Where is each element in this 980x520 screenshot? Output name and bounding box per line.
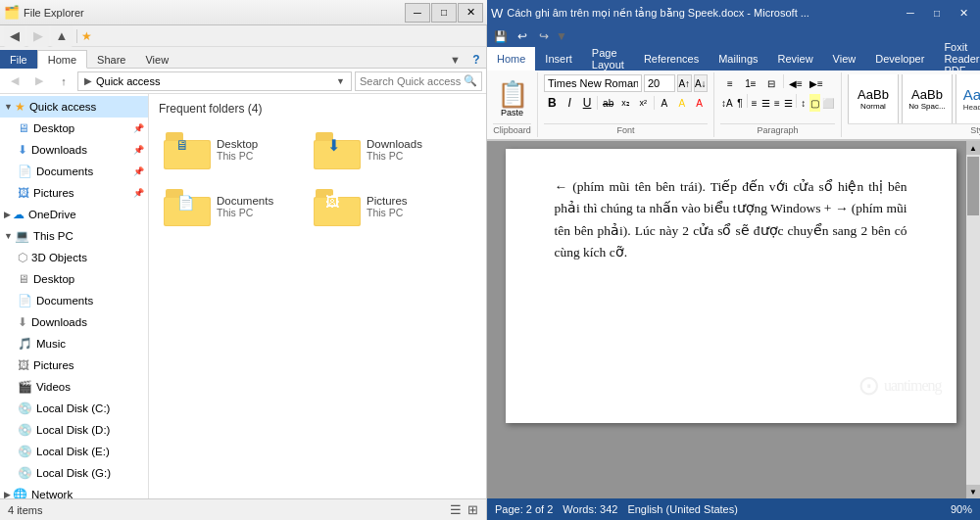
align-left-btn[interactable]: ≡ xyxy=(749,94,759,112)
word-redo-btn[interactable]: ↪ xyxy=(534,27,554,45)
search-input[interactable] xyxy=(360,75,464,87)
line-spacing-btn[interactable]: ↕ xyxy=(799,94,808,112)
sort-btn[interactable]: ↕A xyxy=(720,94,734,112)
numbering-btn[interactable]: 1≡ xyxy=(741,74,760,92)
word-tab-insert[interactable]: Insert xyxy=(535,47,582,71)
sidebar-item-disk-e[interactable]: 💿 Local Disk (E:) xyxy=(0,441,148,462)
text-effects-btn[interactable]: A xyxy=(657,94,673,112)
fe-tab-view[interactable]: View xyxy=(135,50,178,69)
word-tab-home[interactable]: Home xyxy=(487,47,535,71)
sidebar-item-onedrive[interactable]: ▶ ☁ OneDrive xyxy=(0,204,148,225)
underline-btn[interactable]: U xyxy=(579,94,596,112)
address-bar[interactable]: ▶ Quick access ▼ xyxy=(77,71,352,91)
superscript-btn[interactable]: x² xyxy=(635,94,652,112)
fe-tab-share[interactable]: Share xyxy=(87,50,135,69)
sidebar-item-pictures-pc[interactable]: 🖼 Pictures xyxy=(0,355,148,376)
folder-downloads[interactable]: ⬇ Downloads This PC xyxy=(309,125,451,174)
shading-btn[interactable]: ▢ xyxy=(809,94,820,112)
align-right-btn[interactable]: ≡ xyxy=(772,94,782,112)
breadcrumb-dropdown-icon[interactable]: ▼ xyxy=(336,76,345,86)
word-save-btn[interactable]: 💾 xyxy=(491,27,511,45)
word-tab-developer[interactable]: Developer xyxy=(865,47,934,71)
sidebar-item-thispc[interactable]: ▼ 💻 This PC xyxy=(0,225,148,247)
word-close-btn[interactable]: ✕ xyxy=(951,3,976,23)
sidebar-item-disk-d[interactable]: 💿 Local Disk (D:) xyxy=(0,419,148,441)
strikethrough-btn[interactable]: ab xyxy=(600,94,616,112)
italic-btn[interactable]: I xyxy=(562,94,578,112)
fe-maximize-btn[interactable]: □ xyxy=(431,3,457,23)
subscript-btn[interactable]: x₂ xyxy=(617,94,634,112)
borders-btn[interactable]: ⬜ xyxy=(821,94,835,112)
scroll-up-btn[interactable]: ▲ xyxy=(966,141,980,155)
sidebar-item-pictures[interactable]: 🖼 Pictures 📌 xyxy=(0,182,148,204)
sidebar-item-disk-g[interactable]: 💿 Local Disk (G:) xyxy=(0,462,148,484)
word-minimize-btn[interactable]: ─ xyxy=(898,3,923,23)
paragraph-group-label: Paragraph xyxy=(720,123,835,135)
word-tab-pagelayout[interactable]: Page Layout xyxy=(582,47,634,71)
justify-btn[interactable]: ☰ xyxy=(783,94,794,112)
style-normal-btn[interactable]: AaBb Normal xyxy=(848,74,899,123)
scroll-down-btn[interactable]: ▼ xyxy=(966,485,980,498)
highlight-btn[interactable]: A xyxy=(673,94,690,112)
fe-back-btn[interactable]: ◀ xyxy=(4,25,25,47)
fe-minimize-btn[interactable]: ─ xyxy=(405,3,430,23)
font-shrink-btn[interactable]: A↓ xyxy=(694,74,709,92)
sidebar-item-videos[interactable]: 🎬 Videos xyxy=(0,376,148,398)
fe-close-btn[interactable]: ✕ xyxy=(458,3,483,23)
word-tab-foxit[interactable]: Foxit Reader PDF xyxy=(934,47,980,71)
fe-help-btn[interactable]: ? xyxy=(466,50,486,69)
sidebar-item-documents[interactable]: 📄 Documents 📌 xyxy=(0,161,148,182)
word-tab-review[interactable]: Review xyxy=(768,47,823,71)
addr-forward-btn[interactable]: ▶ xyxy=(28,71,50,91)
sidebar-item-downloads[interactable]: ⬇ Downloads 📌 xyxy=(0,139,148,161)
view-icons-btn[interactable]: ⊞ xyxy=(467,502,478,517)
view-details-btn[interactable]: ☰ xyxy=(450,502,462,517)
addr-up-btn[interactable]: ↑ xyxy=(53,71,74,91)
scroll-thumb[interactable] xyxy=(967,157,979,215)
multilevel-btn[interactable]: ⊟ xyxy=(761,74,781,92)
sidebar-item-music[interactable]: 🎵 Music xyxy=(0,333,148,355)
decrease-indent-btn[interactable]: ◀≡ xyxy=(786,74,806,92)
sidebar-item-disk-c[interactable]: 💿 Local Disk (C:) xyxy=(0,398,148,419)
sidebar-item-quickaccess[interactable]: ▼ ★ Quick access xyxy=(0,96,148,118)
font-name-input[interactable] xyxy=(544,74,642,92)
word-tab-mailings[interactable]: Mailings xyxy=(709,47,767,71)
align-center-btn[interactable]: ☰ xyxy=(760,94,771,112)
font-color-btn[interactable]: A xyxy=(691,94,708,112)
word-vertical-scrollbar[interactable]: ▲ ▼ xyxy=(966,141,980,498)
increase-indent-btn[interactable]: ▶≡ xyxy=(807,74,826,92)
fe-forward-btn[interactable]: ▶ xyxy=(27,25,49,47)
breadcrumb-path: Quick access xyxy=(96,75,336,87)
word-tab-references[interactable]: References xyxy=(634,47,709,71)
fe-tab-file[interactable]: File xyxy=(0,50,37,69)
addr-back-btn[interactable]: ◀ xyxy=(4,71,25,91)
sidebar-item-network[interactable]: ▶ 🌐 Network xyxy=(0,484,148,498)
pictures2-icon: 🖼 xyxy=(18,358,29,372)
word-page-status: Page: 2 of 2 xyxy=(495,503,553,515)
fe-up-btn[interactable]: ▲ xyxy=(51,25,73,47)
sidebar-item-desktop-pc[interactable]: 🖥 Desktop xyxy=(0,268,148,290)
word-zoom-btn[interactable]: 90% xyxy=(951,503,972,515)
word-undo-btn[interactable]: ↩ xyxy=(513,27,532,45)
sidebar-item-3dobjects[interactable]: ⬡ 3D Objects xyxy=(0,247,148,268)
folder-pictures[interactable]: 🖼 Pictures This PC xyxy=(309,182,451,231)
sidebar-item-downloads-pc[interactable]: ⬇ Downloads xyxy=(0,311,148,333)
bullets-btn[interactable]: ≡ xyxy=(720,74,740,92)
bold-btn[interactable]: B xyxy=(544,94,561,112)
folder-desktop[interactable]: 🖥 Desktop This PC xyxy=(159,125,301,174)
sidebar-item-documents-pc[interactable]: 📄 Documents xyxy=(0,290,148,311)
style-heading1-btn[interactable]: AaBb Heading 1 xyxy=(956,74,980,123)
font-grow-btn[interactable]: A↑ xyxy=(677,74,692,92)
word-maximize-btn[interactable]: □ xyxy=(924,3,950,23)
search-box[interactable]: 🔍 xyxy=(355,71,482,91)
paste-button[interactable]: 📋 Paste xyxy=(492,78,533,120)
folder-documents[interactable]: 📄 Documents This PC xyxy=(159,182,301,231)
style-nospace-btn[interactable]: AaBb No Spac... xyxy=(902,74,953,123)
fe-tab-home[interactable]: Home xyxy=(37,50,87,69)
show-para-btn[interactable]: ¶ xyxy=(735,94,745,112)
word-page-area: ← (phím mũi tên bên trái). Tiếp đến với … xyxy=(495,141,966,498)
fe-ribbon-expand-btn[interactable]: ▼ xyxy=(444,50,466,69)
font-size-input[interactable] xyxy=(644,74,675,92)
word-tab-view[interactable]: View xyxy=(823,47,866,71)
sidebar-item-desktop[interactable]: 🖥 Desktop 📌 xyxy=(0,118,148,139)
